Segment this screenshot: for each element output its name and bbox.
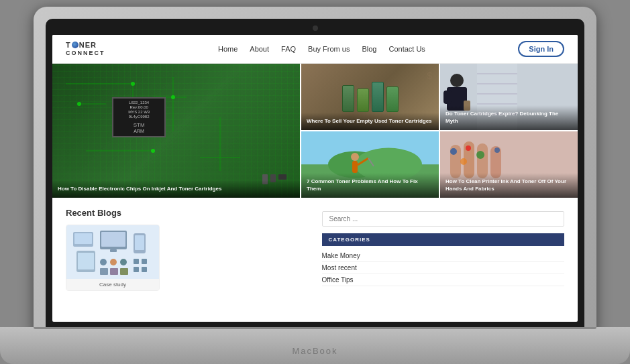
laptop-body: T NER CONNECT Home About FAQ Buy From us… [34, 7, 596, 335]
hero-item-ink[interactable]: How To Clean Printer Ink And Toner Off O… [440, 131, 578, 198]
nav-buy[interactable]: Buy From us [308, 45, 350, 53]
search-input[interactable] [322, 211, 565, 227]
category-item-1[interactable]: Make Money [322, 250, 565, 262]
laptop-wrapper: T NER CONNECT Home About FAQ Buy From us… [0, 0, 630, 364]
recent-blogs-heading: Recent Blogs [66, 208, 309, 218]
dollar-sign: $ [427, 70, 432, 81]
recent-blogs: Recent Blogs [66, 208, 309, 291]
bottom-section: Recent Blogs [52, 198, 578, 301]
logo-o-icon [72, 42, 78, 48]
svg-rect-50 [78, 253, 94, 269]
svg-point-10 [77, 102, 81, 106]
laptop-base: MacBook [0, 327, 630, 364]
hero-overlay-office: Do Toner Cartridges Expire? Debunking Th… [440, 105, 578, 130]
hero-item-golf[interactable]: 7 Common Toner Problems And How To Fix T… [301, 131, 439, 198]
svg-rect-60 [142, 267, 147, 272]
svg-point-53 [120, 259, 127, 265]
svg-rect-54 [100, 268, 108, 275]
logo-ner: NER [79, 40, 97, 50]
sidebar: CATEGORIES Make Money Most recent Office… [322, 208, 565, 291]
hero-title-money: Where To Sell Your Empty Used Toner Cart… [307, 118, 433, 125]
svg-point-27 [351, 153, 359, 161]
macbook-label: MacBook [292, 346, 337, 356]
svg-rect-55 [110, 268, 118, 275]
hero-grid: L822_1234 Rev:00.00 MYS 22 W3 9L4yC9982 … [52, 64, 578, 198]
logo-line2: CONNECT [66, 50, 105, 58]
svg-rect-21 [443, 90, 452, 104]
hero-title-office: Do Toner Cartridges Expire? Debunking Th… [445, 111, 572, 125]
blog-thumb-svg [66, 225, 160, 279]
nav-blog[interactable]: Blog [362, 45, 376, 53]
screen-bezel: T NER CONNECT Home About FAQ Buy From us… [46, 19, 584, 328]
svg-point-40 [460, 158, 467, 165]
sign-in-button[interactable]: Sign In [518, 41, 564, 57]
svg-rect-56 [120, 268, 128, 275]
svg-point-52 [110, 259, 117, 265]
hero-title-ink: How To Clean Printer Ink And Toner Off O… [445, 178, 572, 192]
category-item-3[interactable]: Office Tips [322, 274, 565, 286]
svg-rect-46 [110, 249, 117, 252]
categories-header: CATEGORIES [322, 233, 565, 246]
nav-home[interactable]: Home [218, 45, 238, 53]
nav-contact[interactable]: Contact Us [388, 45, 425, 53]
svg-rect-58 [142, 259, 147, 264]
circuit-background: L822_1234 Rev:00.00 MYS 22 W3 9L4yC9982 … [52, 64, 300, 198]
nav-about[interactable]: About [250, 45, 269, 53]
svg-point-51 [100, 259, 107, 265]
hero-overlay-ink: How To Clean Printer Ink And Toner Off O… [440, 173, 578, 198]
logo-line1: T NER [66, 40, 105, 50]
blog-card-label: Case study [66, 279, 159, 290]
svg-rect-45 [101, 232, 125, 247]
svg-point-8 [131, 82, 135, 86]
main-nav: Home About FAQ Buy From us Blog Contact … [125, 45, 519, 53]
hero-title-circuit: How To Disable Electronic Chips On Inkje… [58, 186, 295, 192]
svg-rect-59 [134, 267, 139, 272]
chip-graphic: L822_1234 Rev:00.00 MYS 22 W3 9L4yC9982 … [112, 97, 166, 137]
blogs-label: Blogs [97, 208, 121, 218]
blog-card[interactable]: Case study [66, 225, 160, 291]
blog-thumb [66, 225, 160, 279]
hero-item-money[interactable]: $ Where To Sell Your Empty Used Toner Ca… [301, 64, 439, 130]
nav-faq[interactable]: FAQ [281, 45, 296, 53]
svg-rect-57 [134, 259, 139, 264]
money-rolls [342, 82, 399, 112]
svg-point-37 [466, 145, 471, 151]
svg-rect-48 [135, 235, 144, 250]
svg-rect-43 [74, 233, 92, 244]
hero-title-golf: 7 Common Toner Problems And How To Fix T… [307, 178, 433, 192]
svg-point-36 [450, 148, 457, 155]
recent-label: Recent [66, 208, 95, 218]
hero-item-circuit[interactable]: L822_1234 Rev:00.00 MYS 22 W3 9L4yC9982 … [52, 64, 300, 198]
hero-overlay-golf: 7 Common Toner Problems And How To Fix T… [301, 173, 439, 198]
svg-point-19 [450, 74, 464, 87]
svg-point-39 [494, 147, 500, 153]
svg-rect-28 [352, 161, 358, 173]
svg-point-9 [171, 95, 175, 99]
screen: T NER CONNECT Home About FAQ Buy From us… [52, 35, 578, 322]
svg-point-38 [476, 151, 484, 159]
logo-t: T [66, 40, 71, 50]
hero-overlay-money: Where To Sell Your Empty Used Toner Cart… [301, 113, 439, 130]
hero-overlay-circuit: How To Disable Electronic Chips On Inkje… [52, 180, 300, 198]
site-header: T NER CONNECT Home About FAQ Buy From us… [52, 35, 578, 64]
hero-item-office[interactable]: Do Toner Cartridges Expire? Debunking Th… [440, 64, 578, 130]
category-item-2[interactable]: Most recent [322, 262, 565, 274]
svg-point-11 [151, 149, 155, 153]
logo: T NER CONNECT [66, 40, 105, 58]
